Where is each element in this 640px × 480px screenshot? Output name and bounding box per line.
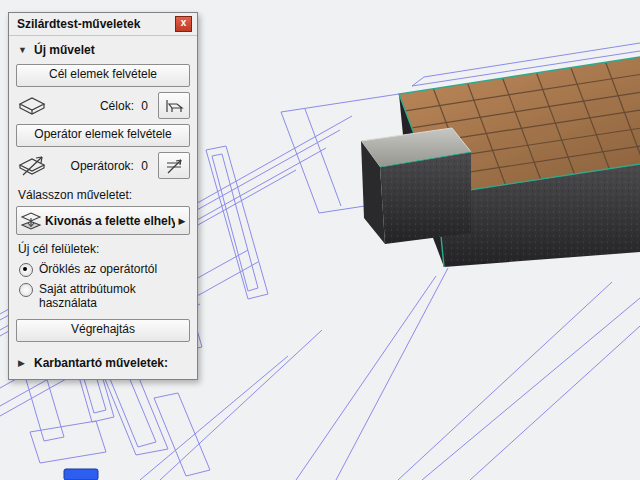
targets-counter-value: 0 xyxy=(141,99,148,113)
targets-counter-label: Célok: xyxy=(100,99,134,113)
section-new-operation[interactable]: ▼ Új művelet xyxy=(9,36,197,62)
pick-targets-button[interactable] xyxy=(158,92,190,119)
operators-counter-value: 0 xyxy=(141,159,148,173)
radio-custom-label-line2: használata xyxy=(39,296,136,310)
operators-counter-label: Operátorok: xyxy=(71,159,134,173)
radio-custom-row[interactable]: Saját attribútumok használata xyxy=(9,279,197,312)
execute-button[interactable]: Végrehajtás xyxy=(16,319,190,342)
app-screen: Szilárdtest-műveletek x ▼ Új művelet Cél… xyxy=(0,0,640,480)
get-targets-button[interactable]: Cél elemek felvétele xyxy=(16,64,190,87)
operation-dropdown[interactable]: Kivonás a felette elhelye ▶ xyxy=(16,206,190,235)
radio-custom-label: Saját attribútumok használata xyxy=(39,282,136,310)
expander-open-icon[interactable]: ▼ xyxy=(18,45,28,55)
targets-row: Célok: 0 xyxy=(9,89,197,122)
dropdown-more-icon[interactable]: ▶ xyxy=(175,216,189,226)
get-operators-button[interactable]: Operátor elemek felvétele xyxy=(16,124,190,147)
operators-counter: Operátorok: 0 xyxy=(50,159,156,173)
subtract-operation-icon xyxy=(19,211,43,231)
radio-custom-label-line1: Saját attribútumok xyxy=(39,282,136,296)
operation-value: Kivonás a felette elhelye xyxy=(45,214,175,228)
radio-inherit-button[interactable] xyxy=(19,263,33,277)
target-slab-icon xyxy=(16,94,48,118)
pick-operators-icon xyxy=(164,158,184,174)
targets-counter: Célok: 0 xyxy=(50,99,156,113)
pick-targets-icon xyxy=(164,98,184,114)
operator-slab-icon xyxy=(16,154,48,178)
choose-operation-label: Válasszon műveletet: xyxy=(9,182,197,205)
section-maintenance[interactable]: ▶ Karbantartó műveletek: xyxy=(9,350,197,379)
radio-custom-button[interactable] xyxy=(19,283,33,297)
close-button[interactable]: x xyxy=(175,16,192,32)
solid-operations-dialog: Szilárdtest-műveletek x ▼ Új művelet Cél… xyxy=(8,12,198,380)
radio-inherit-row[interactable]: Öröklés az operátortól xyxy=(9,259,197,279)
expander-closed-icon[interactable]: ▶ xyxy=(18,358,28,368)
pick-operators-button[interactable] xyxy=(158,152,190,179)
operators-row: Operátorok: 0 xyxy=(9,149,197,182)
section-maintenance-label: Karbantartó műveletek: xyxy=(34,356,168,370)
dialog-titlebar[interactable]: Szilárdtest-műveletek x xyxy=(9,13,197,36)
step-front-texture xyxy=(380,152,471,244)
solid-step[interactable] xyxy=(361,128,471,244)
section-new-label: Új művelet xyxy=(34,43,95,57)
blue-marker[interactable] xyxy=(64,469,98,480)
radio-inherit-label: Öröklés az operátortól xyxy=(39,262,157,276)
new-surfaces-label: Új cél felületek: xyxy=(9,236,197,259)
dialog-title: Szilárdtest-műveletek xyxy=(17,17,175,31)
